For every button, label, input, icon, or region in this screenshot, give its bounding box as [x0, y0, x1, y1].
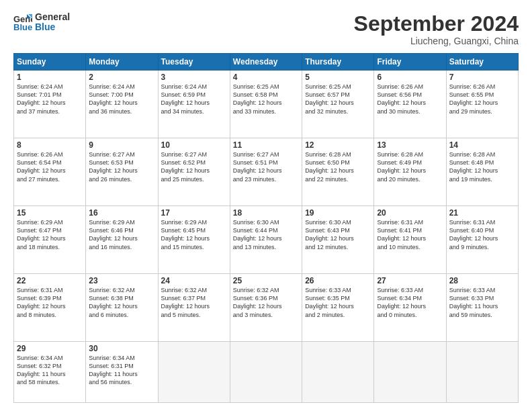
cell-details: Sunrise: 6:25 AM Sunset: 6:58 PM Dayligh…	[233, 83, 299, 116]
calendar-cell	[230, 342, 302, 403]
cell-details: Sunrise: 6:27 AM Sunset: 6:53 PM Dayligh…	[89, 150, 154, 183]
weekday-tuesday: Tuesday	[158, 54, 230, 71]
cell-details: Sunrise: 6:33 AM Sunset: 6:35 PM Dayligh…	[305, 286, 371, 319]
day-number: 11	[233, 140, 299, 150]
day-number: 2	[89, 73, 154, 82]
calendar-cell: 17Sunrise: 6:29 AM Sunset: 6:45 PM Dayli…	[158, 206, 230, 274]
weekday-sunday: Sunday	[14, 54, 86, 71]
logo-general: General	[35, 12, 70, 22]
week-row-1: 1Sunrise: 6:24 AM Sunset: 7:01 PM Daylig…	[14, 71, 519, 138]
day-number: 8	[17, 140, 83, 150]
cell-details: Sunrise: 6:26 AM Sunset: 6:54 PM Dayligh…	[17, 150, 83, 183]
calendar-cell	[158, 342, 230, 403]
weekday-friday: Friday	[374, 54, 446, 71]
calendar-cell: 18Sunrise: 6:30 AM Sunset: 6:44 PM Dayli…	[230, 206, 302, 274]
calendar-cell: 14Sunrise: 6:28 AM Sunset: 6:48 PM Dayli…	[446, 138, 518, 206]
cell-details: Sunrise: 6:29 AM Sunset: 6:47 PM Dayligh…	[17, 218, 83, 251]
week-row-3: 15Sunrise: 6:29 AM Sunset: 6:47 PM Dayli…	[14, 206, 519, 274]
cell-details: Sunrise: 6:31 AM Sunset: 6:40 PM Dayligh…	[449, 218, 515, 251]
weekday-wednesday: Wednesday	[230, 54, 302, 71]
cell-details: Sunrise: 6:33 AM Sunset: 6:33 PM Dayligh…	[449, 286, 515, 319]
day-number: 23	[89, 276, 154, 285]
calendar-cell: 28Sunrise: 6:33 AM Sunset: 6:33 PM Dayli…	[446, 274, 518, 342]
svg-text:Blue: Blue	[13, 22, 32, 32]
day-number: 15	[17, 208, 83, 218]
cell-details: Sunrise: 6:24 AM Sunset: 6:59 PM Dayligh…	[161, 83, 227, 116]
day-number: 18	[233, 208, 299, 218]
calendar-cell	[446, 342, 518, 403]
header: General Blue General Blue September 2024…	[13, 12, 519, 46]
title-block: September 2024 Liucheng, Guangxi, China	[354, 12, 519, 46]
cell-details: Sunrise: 6:26 AM Sunset: 6:56 PM Dayligh…	[377, 83, 443, 116]
day-number: 28	[449, 276, 515, 285]
calendar-cell: 2Sunrise: 6:24 AM Sunset: 7:00 PM Daylig…	[86, 71, 158, 138]
day-number: 10	[161, 140, 227, 150]
calendar-cell: 1Sunrise: 6:24 AM Sunset: 7:01 PM Daylig…	[14, 71, 86, 138]
weekday-thursday: Thursday	[302, 54, 374, 71]
calendar-cell	[302, 342, 374, 403]
day-number: 22	[17, 276, 83, 285]
day-number: 4	[233, 73, 299, 82]
day-number: 3	[161, 73, 227, 82]
day-number: 25	[233, 276, 299, 285]
cell-details: Sunrise: 6:31 AM Sunset: 6:39 PM Dayligh…	[17, 286, 83, 319]
cell-details: Sunrise: 6:34 AM Sunset: 6:31 PM Dayligh…	[89, 354, 154, 387]
cell-details: Sunrise: 6:32 AM Sunset: 6:38 PM Dayligh…	[89, 286, 154, 319]
calendar-cell: 24Sunrise: 6:32 AM Sunset: 6:37 PM Dayli…	[158, 274, 230, 342]
calendar-cell: 22Sunrise: 6:31 AM Sunset: 6:39 PM Dayli…	[14, 274, 86, 342]
cell-details: Sunrise: 6:29 AM Sunset: 6:45 PM Dayligh…	[161, 218, 227, 251]
calendar-cell: 6Sunrise: 6:26 AM Sunset: 6:56 PM Daylig…	[374, 71, 446, 138]
day-number: 24	[161, 276, 227, 285]
cell-details: Sunrise: 6:32 AM Sunset: 6:37 PM Dayligh…	[161, 286, 227, 319]
day-number: 26	[305, 276, 371, 285]
logo: General Blue General Blue	[13, 12, 70, 33]
day-number: 27	[377, 276, 443, 285]
day-number: 19	[305, 208, 371, 218]
cell-details: Sunrise: 6:27 AM Sunset: 6:51 PM Dayligh…	[233, 150, 299, 183]
calendar-cell: 30Sunrise: 6:34 AM Sunset: 6:31 PM Dayli…	[86, 342, 158, 403]
cell-details: Sunrise: 6:33 AM Sunset: 6:34 PM Dayligh…	[377, 286, 443, 319]
day-number: 9	[89, 140, 154, 150]
calendar-cell: 10Sunrise: 6:27 AM Sunset: 6:52 PM Dayli…	[158, 138, 230, 206]
cell-details: Sunrise: 6:24 AM Sunset: 7:00 PM Dayligh…	[89, 83, 154, 116]
calendar-cell: 26Sunrise: 6:33 AM Sunset: 6:35 PM Dayli…	[302, 274, 374, 342]
calendar-table: SundayMondayTuesdayWednesdayThursdayFrid…	[13, 53, 519, 403]
week-row-5: 29Sunrise: 6:34 AM Sunset: 6:32 PM Dayli…	[14, 342, 519, 403]
week-row-4: 22Sunrise: 6:31 AM Sunset: 6:39 PM Dayli…	[14, 274, 519, 342]
calendar-cell: 20Sunrise: 6:31 AM Sunset: 6:41 PM Dayli…	[374, 206, 446, 274]
calendar-cell	[374, 342, 446, 403]
day-number: 7	[449, 73, 515, 82]
cell-details: Sunrise: 6:26 AM Sunset: 6:55 PM Dayligh…	[449, 83, 515, 116]
location: Liucheng, Guangxi, China	[354, 36, 519, 46]
cell-details: Sunrise: 6:30 AM Sunset: 6:43 PM Dayligh…	[305, 218, 371, 251]
calendar-cell: 11Sunrise: 6:27 AM Sunset: 6:51 PM Dayli…	[230, 138, 302, 206]
logo-icon: General Blue	[13, 13, 32, 32]
cell-details: Sunrise: 6:28 AM Sunset: 6:50 PM Dayligh…	[305, 150, 371, 183]
calendar-cell: 7Sunrise: 6:26 AM Sunset: 6:55 PM Daylig…	[446, 71, 518, 138]
day-number: 5	[305, 73, 371, 82]
weekday-header-row: SundayMondayTuesdayWednesdayThursdayFrid…	[14, 54, 519, 71]
calendar-cell: 15Sunrise: 6:29 AM Sunset: 6:47 PM Dayli…	[14, 206, 86, 274]
calendar-cell: 23Sunrise: 6:32 AM Sunset: 6:38 PM Dayli…	[86, 274, 158, 342]
week-row-2: 8Sunrise: 6:26 AM Sunset: 6:54 PM Daylig…	[14, 138, 519, 206]
weekday-saturday: Saturday	[446, 54, 518, 71]
day-number: 29	[17, 344, 83, 353]
cell-details: Sunrise: 6:34 AM Sunset: 6:32 PM Dayligh…	[17, 354, 83, 387]
day-number: 12	[305, 140, 371, 150]
cell-details: Sunrise: 6:28 AM Sunset: 6:49 PM Dayligh…	[377, 150, 443, 183]
month-title: September 2024	[354, 12, 519, 36]
calendar-cell: 13Sunrise: 6:28 AM Sunset: 6:49 PM Dayli…	[374, 138, 446, 206]
calendar-cell: 8Sunrise: 6:26 AM Sunset: 6:54 PM Daylig…	[14, 138, 86, 206]
cell-details: Sunrise: 6:31 AM Sunset: 6:41 PM Dayligh…	[377, 218, 443, 251]
calendar-cell: 5Sunrise: 6:25 AM Sunset: 6:57 PM Daylig…	[302, 71, 374, 138]
cell-details: Sunrise: 6:27 AM Sunset: 6:52 PM Dayligh…	[161, 150, 227, 183]
page: General Blue General Blue September 2024…	[0, 0, 532, 411]
calendar-cell: 16Sunrise: 6:29 AM Sunset: 6:46 PM Dayli…	[86, 206, 158, 274]
cell-details: Sunrise: 6:25 AM Sunset: 6:57 PM Dayligh…	[305, 83, 371, 116]
cell-details: Sunrise: 6:32 AM Sunset: 6:36 PM Dayligh…	[233, 286, 299, 319]
calendar-cell: 21Sunrise: 6:31 AM Sunset: 6:40 PM Dayli…	[446, 206, 518, 274]
day-number: 13	[377, 140, 443, 150]
calendar-cell: 12Sunrise: 6:28 AM Sunset: 6:50 PM Dayli…	[302, 138, 374, 206]
logo-blue: Blue	[35, 22, 70, 32]
day-number: 20	[377, 208, 443, 218]
